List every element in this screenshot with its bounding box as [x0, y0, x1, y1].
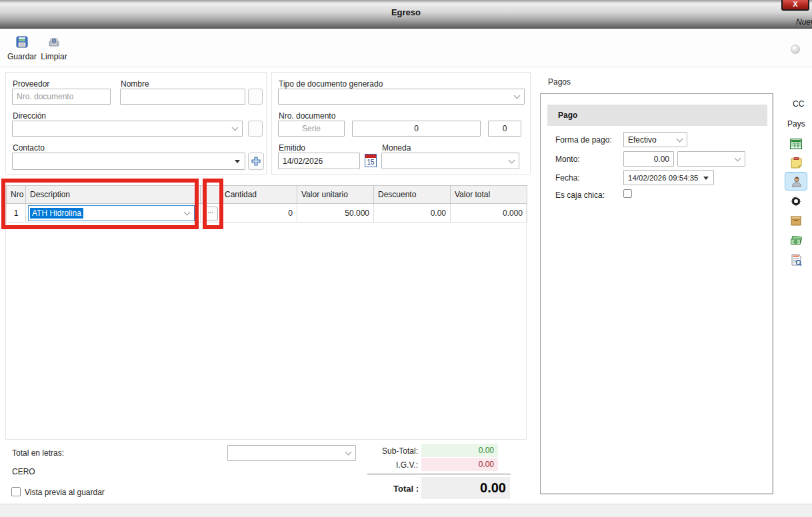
- tipo-documento-combobox[interactable]: [278, 89, 525, 105]
- contacto-label: Contacto: [13, 143, 45, 153]
- pago-section-header: Pago: [547, 105, 767, 126]
- table-row: 1 ATH Hidrolina ... 0 50.000 0.00 0.000: [6, 204, 527, 223]
- person-icon-selected-highlight[interactable]: [785, 172, 807, 191]
- monto-moneda-combobox[interactable]: [677, 151, 745, 167]
- moneda-combobox[interactable]: [381, 153, 519, 169]
- dropdown-arrow-icon: [235, 160, 240, 163]
- supplier-panel: Proveedor Nro. documento Nombre Direcció…: [5, 72, 267, 175]
- nro-documento-label: Nro. documento: [279, 111, 335, 121]
- direccion-combobox[interactable]: [12, 121, 243, 137]
- proveedor-input[interactable]: Nro. documento: [12, 89, 111, 105]
- correlativo-input[interactable]: 0: [488, 121, 521, 137]
- chevron-down-icon: [509, 157, 515, 163]
- emitido-label: Emitido: [279, 143, 305, 153]
- description-combobox[interactable]: ATH Hidrolina: [28, 205, 195, 221]
- row-nro-cell: 1: [6, 204, 26, 223]
- clear-button[interactable]: Limpiar: [39, 35, 69, 63]
- col-header-valor-total[interactable]: Valor total: [451, 185, 527, 204]
- svg-text:15: 15: [367, 159, 375, 166]
- tipo-documento-label: Tipo de documento generado: [279, 79, 383, 89]
- cc-label[interactable]: CC: [793, 99, 804, 109]
- chevron-down-icon: [345, 449, 352, 456]
- toolbar: Guardar Limpiar: [0, 29, 812, 67]
- save-button[interactable]: Guardar: [7, 35, 37, 63]
- spreadsheet-icon[interactable]: [789, 137, 803, 151]
- fecha-datetime-picker[interactable]: 14/02/2026 09:54:35: [623, 170, 714, 185]
- vista-previa-checkbox[interactable]: [11, 487, 21, 496]
- subtotal-label: Sub-Total:: [351, 446, 418, 456]
- fecha-label: Fecha:: [555, 173, 580, 183]
- col-header-valor-unitario[interactable]: Valor unitario: [297, 185, 374, 204]
- window-title: Egreso: [0, 7, 812, 17]
- items-table-header: Nro Description Cantidad Valor unitario …: [6, 185, 527, 204]
- money-icon[interactable]: [789, 234, 803, 247]
- selected-description-text: ATH Hidrolina: [30, 208, 83, 219]
- direccion-label: Dirección: [13, 111, 46, 121]
- floppy-disk-icon: [15, 35, 29, 49]
- moneda-label: Moneda: [382, 143, 411, 153]
- total-letras-label: Total en letras:: [12, 448, 64, 458]
- totals-divider: [367, 474, 511, 474]
- caja-chica-checkbox[interactable]: [623, 189, 632, 198]
- proveedor-label: Proveedor: [13, 79, 49, 89]
- col-header-description[interactable]: Description: [26, 185, 201, 204]
- items-table: Nro Description Cantidad Valor unitario …: [5, 185, 527, 440]
- chevron-down-icon: [677, 135, 683, 142]
- nombre-input[interactable]: [120, 89, 245, 105]
- chevron-down-icon: [514, 93, 521, 99]
- report-icon[interactable]: [789, 253, 803, 266]
- egreso-window: Egreso X Nuev Guardar: [0, 0, 812, 517]
- caja-chica-label: Es caja chica:: [555, 191, 605, 200]
- person-icon: [790, 175, 803, 189]
- more-options-button[interactable]: ...: [203, 207, 218, 221]
- save-button-label: Guardar: [7, 52, 37, 61]
- nombre-label: Nombre: [121, 79, 149, 89]
- row-actions-cell: ...: [201, 204, 221, 223]
- archive-icon[interactable]: [789, 214, 803, 227]
- pays-label[interactable]: Pays: [787, 119, 805, 129]
- chevron-down-icon: [232, 125, 239, 131]
- col-header-nro[interactable]: Nro: [6, 185, 26, 204]
- forma-pago-label: Forma de pago:: [555, 135, 612, 145]
- chevron-down-icon: [735, 155, 741, 161]
- close-button[interactable]: X: [781, 0, 809, 11]
- plus-icon: [251, 157, 261, 166]
- serie-input[interactable]: Serie: [278, 121, 345, 137]
- add-contact-button[interactable]: [248, 153, 264, 170]
- col-header-cantidad[interactable]: Cantidad: [221, 185, 297, 204]
- gear-icon[interactable]: [789, 195, 803, 208]
- title-bar: Egreso X Nuev: [0, 0, 812, 29]
- row-valor-unitario-cell[interactable]: 50.000: [297, 204, 374, 223]
- subtotal-value: 0.00: [421, 444, 498, 457]
- pagos-panel: Pagos Pago Forma de pago: Efectivo Monto…: [539, 75, 776, 497]
- total-value: 0.00: [421, 477, 510, 499]
- eraser-clean-icon: [47, 35, 61, 49]
- nombre-lookup-button[interactable]: [248, 89, 263, 105]
- footer-strip: [0, 504, 812, 517]
- row-valor-total-cell[interactable]: 0.000: [451, 204, 527, 223]
- monto-input[interactable]: 0.00: [623, 151, 674, 167]
- vista-previa-label: Vista previa al guardar: [25, 488, 105, 497]
- total-letras-value: CERO: [12, 467, 35, 476]
- forma-pago-combobox[interactable]: Efectivo: [623, 132, 687, 147]
- contacto-combobox[interactable]: [12, 153, 245, 170]
- emitido-date-input[interactable]: 14/02/2026: [278, 153, 360, 169]
- col-header-actions[interactable]: [201, 185, 221, 204]
- menu-hint-text: Nuev: [796, 17, 812, 27]
- chevron-down-icon: [184, 209, 191, 215]
- calendar-icon[interactable]: 15: [365, 154, 377, 167]
- document-panel: Tipo de documento generado Nro. document…: [271, 72, 531, 175]
- col-header-descuento[interactable]: Descuento: [374, 185, 451, 204]
- igv-value: 0.00: [421, 458, 498, 471]
- row-descuento-cell[interactable]: 0.00: [374, 204, 451, 223]
- direccion-edit-button[interactable]: [248, 121, 263, 137]
- row-cantidad-cell[interactable]: 0: [221, 204, 297, 223]
- numero-input[interactable]: 0: [352, 121, 481, 137]
- note-icon[interactable]: [789, 156, 803, 169]
- pagos-title: Pagos: [547, 77, 572, 87]
- pagos-inner-panel: Pago Forma de pago: Efectivo Monto: 0.00…: [540, 93, 773, 494]
- dropdown-arrow-icon: [703, 177, 709, 180]
- clear-button-label: Limpiar: [39, 52, 69, 61]
- igv-label: I.G.V.:: [351, 460, 418, 470]
- total-letras-combobox[interactable]: [227, 445, 356, 461]
